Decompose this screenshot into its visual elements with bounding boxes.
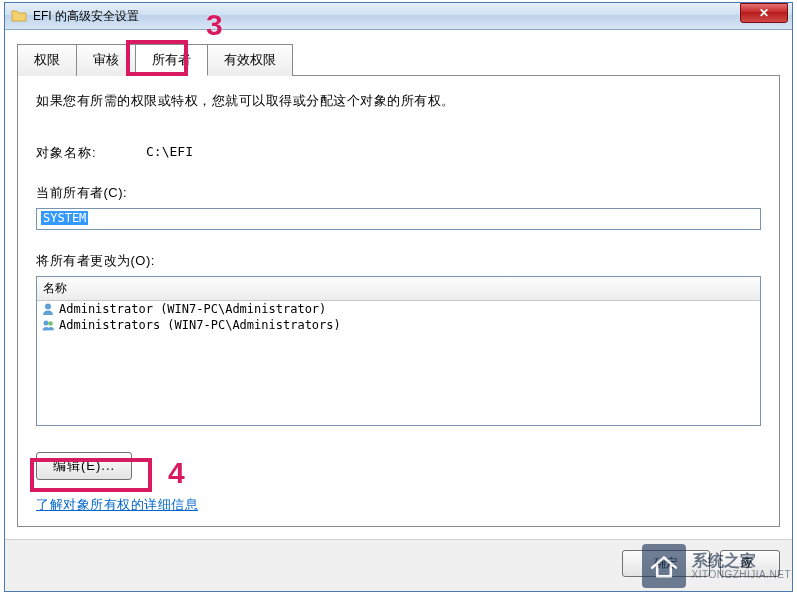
watermark: 系统之家 XITONGZHIJIA.NET <box>642 544 792 588</box>
annotation-number-3: 3 <box>206 8 223 42</box>
svg-point-1 <box>44 321 49 326</box>
list-item-label: Administrators (WIN7-PC\Administrators) <box>59 318 341 332</box>
house-icon <box>642 544 686 588</box>
watermark-text-1: 系统之家 <box>692 552 792 570</box>
group-icon <box>41 318 55 332</box>
advanced-security-window: EFI 的高级安全设置 ✕ 权限 审核 所有者 有效权限 如果您有所需的权限或特… <box>4 2 793 592</box>
owner-list[interactable]: 名称 Administrator (WIN7-PC\Administrator)… <box>36 276 761 426</box>
learn-more-link[interactable]: 了解对象所有权的详细信息 <box>36 496 198 514</box>
edit-button[interactable]: 编辑(E)... <box>36 452 132 480</box>
user-icon <box>41 302 55 316</box>
owner-tab-panel: 如果您有所需的权限或特权，您就可以取得或分配这个对象的所有权。 对象名称: C:… <box>17 75 780 527</box>
close-icon: ✕ <box>759 6 769 20</box>
tab-strip: 权限 审核 所有者 有效权限 <box>5 30 792 76</box>
current-owner-field[interactable]: SYSTEM <box>36 208 761 230</box>
list-item-label: Administrator (WIN7-PC\Administrator) <box>59 302 326 316</box>
svg-point-2 <box>48 321 53 326</box>
watermark-text-2: XITONGZHIJIA.NET <box>692 569 792 580</box>
object-name-row: 对象名称: C:\EFI <box>36 144 761 162</box>
object-name-value: C:\EFI <box>146 144 193 162</box>
titlebar: EFI 的高级安全设置 ✕ <box>5 3 792 30</box>
list-item[interactable]: Administrators (WIN7-PC\Administrators) <box>37 317 760 333</box>
owner-list-header: 名称 <box>37 277 760 301</box>
current-owner-label: 当前所有者(C): <box>36 184 761 202</box>
current-owner-value: SYSTEM <box>41 211 88 225</box>
change-owner-label: 将所有者更改为(O): <box>36 252 761 270</box>
object-name-label: 对象名称: <box>36 144 106 162</box>
svg-point-0 <box>45 304 51 310</box>
tab-permissions[interactable]: 权限 <box>17 44 77 76</box>
list-item[interactable]: Administrator (WIN7-PC\Administrator) <box>37 301 760 317</box>
description-text: 如果您有所需的权限或特权，您就可以取得或分配这个对象的所有权。 <box>36 92 761 110</box>
tab-effective-permissions[interactable]: 有效权限 <box>207 44 293 76</box>
folder-icon <box>11 8 27 24</box>
close-button[interactable]: ✕ <box>740 3 788 23</box>
annotation-number-4: 4 <box>168 456 185 490</box>
window-title: EFI 的高级安全设置 <box>33 8 139 25</box>
tab-owner[interactable]: 所有者 <box>135 44 208 76</box>
tab-auditing[interactable]: 审核 <box>76 44 136 76</box>
